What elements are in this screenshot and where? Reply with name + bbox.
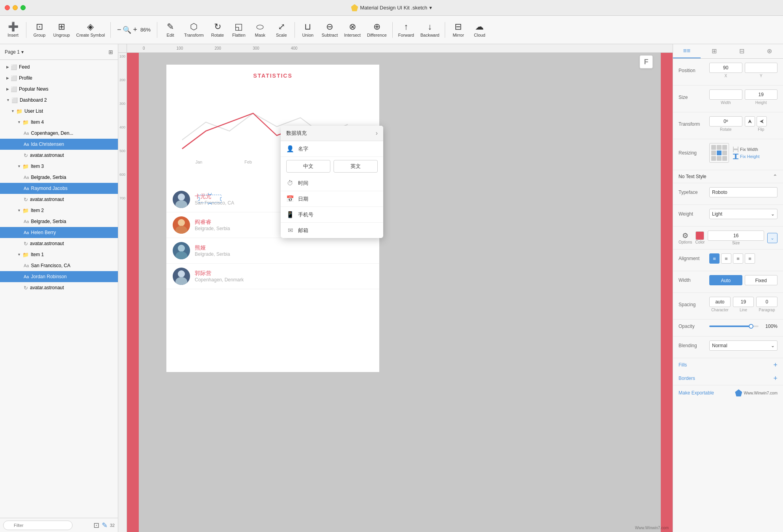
layer-raymond-jacobs[interactable]: Aa Raymond Jacobs [0,183,118,194]
y-input[interactable] [745,63,778,73]
character-spacing-input[interactable] [709,297,731,307]
english-lang-button[interactable]: 英文 [334,160,378,173]
layer-item-3[interactable]: ▼ 📁 Item 3 [0,161,118,172]
backward-button[interactable]: ↓ Backward [418,18,442,42]
layer-helen-berry[interactable]: Aa Helen Berry [0,227,118,238]
layer-avatar-4[interactable]: ↻ avatar.astronaut [0,282,118,293]
flatten-button[interactable]: ◱ Flatten [229,18,249,42]
x-input[interactable] [709,63,742,73]
layer-popular-news[interactable]: ▶ ⬜ Popular News [0,84,118,95]
fix-width-button[interactable]: Fix Width [733,147,760,152]
paragraph-spacing-input[interactable] [756,297,777,307]
create-symbol-button[interactable]: ◈ Create Symbol [74,18,107,42]
fullscreen-button[interactable] [21,5,26,10]
text-style-arrow-icon[interactable]: ⌃ [773,173,777,180]
insert-button[interactable]: ➕ Insert [3,18,23,42]
tab-inspect[interactable]: ⊟ [728,44,756,58]
dropdown-item-phone[interactable]: 📱 手机号 [281,207,383,223]
typeface-input[interactable] [709,187,777,197]
width-input[interactable] [709,89,742,100]
page-selector[interactable]: Page 1 ▾ [5,49,24,55]
layer-avatar-3[interactable]: ↻ avatar.astronaut [0,238,118,249]
make-exportable-button[interactable]: Make Exportable [679,390,714,396]
mirror-button[interactable]: ⊟ Mirror [448,18,468,42]
layer-user-list[interactable]: ▼ 📁 User List [0,106,118,117]
dropdown-item-name[interactable]: 👤 名字 [281,141,383,157]
fills-section-header[interactable]: Fills + [673,358,783,372]
dropdown-item-date[interactable]: 📅 日期 [281,191,383,207]
layer-feed[interactable]: ▶ ⬜ Feed [0,61,118,73]
edit-button[interactable]: ✎ Edit [160,18,180,42]
mask-button[interactable]: ⬭ Mask [250,18,270,42]
subtract-button[interactable]: ⊖ Subtract [319,18,340,42]
zoom-control[interactable]: − 🔍 + 86% [114,26,154,34]
dropdown-item-time[interactable]: ⏱ 时间 [281,176,383,191]
union-button[interactable]: ⊔ Union [298,18,318,42]
flip-v-button[interactable] [757,116,767,126]
layer-avatar-2[interactable]: ↻ avatar.astronaut [0,194,118,205]
font-options-button[interactable]: ⚙ Options [679,231,692,244]
fixed-width-button[interactable]: Fixed [745,275,778,285]
layer-jordan-robinson[interactable]: Aa Jordan Robinson [0,271,118,282]
weight-select[interactable]: Light ⌄ [709,209,777,219]
filter-input[interactable] [3,521,73,530]
chinese-lang-button[interactable]: 中文 [286,160,330,173]
add-border-button[interactable]: + [773,375,777,382]
rotate-input[interactable] [709,116,742,126]
difference-button[interactable]: ⊕ Difference [365,18,389,42]
align-justify-button[interactable]: ≡ [745,253,755,264]
font-size-input[interactable] [708,231,764,241]
layer-avatar-1[interactable]: ↻ avatar.astronaut [0,150,118,161]
blending-select[interactable]: Normal ⌄ [709,340,777,351]
rotate-button[interactable]: ↻ Rotate [208,18,227,42]
layer-copenhagen[interactable]: Aa Copenhagen, Den... [0,128,118,139]
align-right-button[interactable]: ≡ [733,253,743,264]
canvas-fab-f[interactable]: F [639,55,653,69]
layer-san-francisco[interactable]: Aa San Francisco, CA [0,260,118,271]
layer-ida-christensen[interactable]: Aa Ida Christensen [0,139,118,150]
user-row[interactable]: 郭际营 Copenhagen, Denmark [166,264,379,289]
transform-button[interactable]: ⬡ Transform [182,18,206,42]
add-fill-button[interactable]: + [773,361,777,368]
user-row[interactable]: 熊娅 Belgrade, Serbia [166,238,379,264]
layer-belgrade-2[interactable]: Aa Belgrade, Serbia [0,216,118,227]
tab-prototype[interactable]: ⊛ [755,44,783,58]
intersect-button[interactable]: ⊗ Intersect [342,18,363,42]
align-left-button[interactable]: ≡ [709,253,720,264]
font-size-dropdown[interactable]: ⌄ [767,233,777,243]
tab-style[interactable]: ≡≡ [673,44,701,58]
fix-height-button[interactable]: Fix Height [733,154,760,159]
forward-button[interactable]: ↑ Forward [396,18,416,42]
layer-belgrade-1[interactable]: Aa Belgrade, Serbia [0,172,118,183]
align-center-button[interactable]: ≡ [721,253,731,264]
borders-section-header[interactable]: Borders + [673,372,783,385]
ungroup-button[interactable]: ⊞ Ungroup [51,18,72,42]
zoom-plus-icon[interactable]: + [133,26,137,34]
line-spacing-input[interactable] [733,297,754,307]
layer-item-2[interactable]: ▼ 📁 Item 2 [0,205,118,216]
resizing-widget[interactable] [709,143,729,163]
opacity-thumb[interactable] [749,324,753,329]
layer-item-1[interactable]: ▼ 📁 Item 1 [0,249,118,260]
minimize-button[interactable] [13,5,18,10]
close-button[interactable] [5,5,10,10]
canvas-content[interactable]: STATISTICS Jan Feb Ma [127,53,673,532]
layer-item-4[interactable]: ▼ 📁 Item 4 [0,117,118,128]
group-button[interactable]: ⊡ Group [30,18,49,42]
flip-h-button[interactable] [745,116,755,126]
cloud-button[interactable]: ☁ Cloud [470,18,489,42]
tab-layout[interactable]: ⊞ [701,44,728,58]
dropdown-item-email[interactable]: ✉ 邮箱 [281,223,383,238]
height-input[interactable] [745,89,778,100]
view-toggle-button[interactable]: ⊡ [93,521,99,530]
layer-profile[interactable]: ▶ ⬜ Profile [0,73,118,84]
auto-width-button[interactable]: Auto [709,275,742,285]
scale-button[interactable]: ⤢ Scale [272,18,291,42]
text-style-row[interactable]: No Text Style ⌃ [673,170,783,183]
color-swatch[interactable]: Color [695,231,705,244]
opacity-slider[interactable] [709,326,759,327]
edit-layers-button[interactable]: ✎ [102,521,108,530]
layer-dashboard-2[interactable]: ▼ ⬜ Dashboard 2 [0,95,118,106]
zoom-minus-icon[interactable]: − [117,26,121,34]
page-options-icon[interactable]: ⊞ [108,49,113,55]
